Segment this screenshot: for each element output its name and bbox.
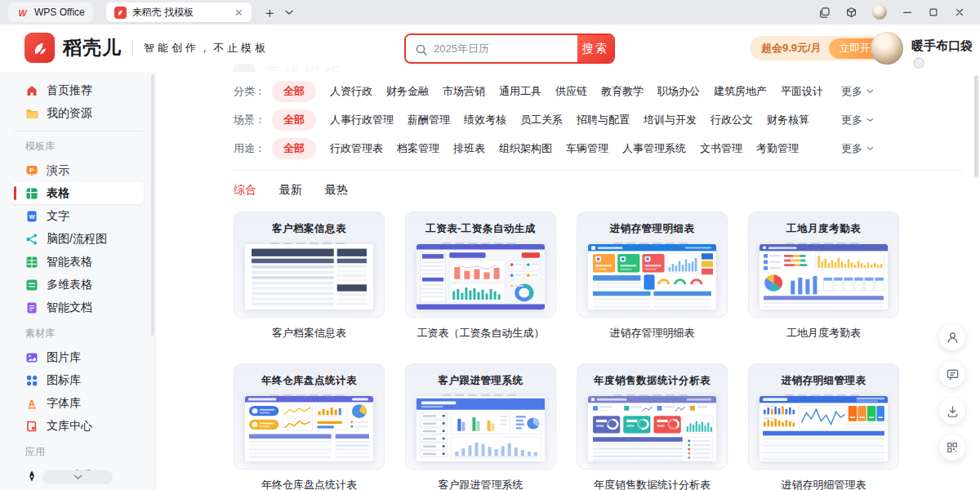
tab-close-icon[interactable]: ✕ — [234, 7, 243, 18]
document-icon: W — [25, 210, 38, 223]
template-thumbnail: 客户跟进管理系统 — [405, 363, 556, 470]
mindmap-icon — [25, 233, 38, 246]
sidebar-item-my-resources[interactable]: 我的资源 — [11, 102, 144, 124]
filter-option[interactable]: 人资行政 — [330, 84, 372, 99]
profile-fab[interactable] — [939, 324, 965, 350]
template-card[interactable]: 工地月度考勤表 — [748, 212, 899, 341]
filter-option[interactable]: 职场办公 — [657, 84, 700, 99]
page-scrollbar[interactable] — [974, 75, 978, 177]
download-fab[interactable] — [939, 398, 965, 424]
sort-tab-comprehensive[interactable]: 综合 — [234, 183, 256, 198]
tab-docer-active[interactable]: 来稻壳 找模板 ✕ — [106, 2, 252, 22]
filter-option[interactable]: 平面设计 — [781, 84, 823, 99]
filter-option[interactable]: 人事行政管理 — [330, 113, 394, 127]
tab-list-chevron-icon[interactable] — [285, 10, 293, 16]
filter-option[interactable]: 考勤管理 — [756, 141, 799, 156]
template-title[interactable]: 进销存管理明细表 — [577, 326, 728, 341]
filter-option[interactable]: 财务核算 — [767, 113, 809, 127]
template-card[interactable]: 进销存管理明细表 — [577, 212, 728, 341]
filter-option[interactable]: 组织架构图 — [499, 141, 552, 156]
sidebar-item-presentation[interactable]: P 演示 — [11, 159, 144, 181]
filter-option[interactable]: 全部 — [272, 109, 316, 131]
sidebar-item-multidim-sheet[interactable]: 多维表格 — [11, 274, 144, 296]
titlebar-avatar[interactable] — [872, 5, 887, 20]
filter-option[interactable]: 文书管理 — [700, 141, 742, 156]
sidebar-item-home[interactable]: 首页推荐 — [11, 79, 144, 101]
template-title[interactable]: 客户跟进管理系统 — [405, 478, 556, 490]
filter-option[interactable]: 市场营销 — [443, 84, 485, 99]
template-preview-image — [760, 244, 888, 310]
feedback-fab[interactable] — [939, 361, 965, 387]
window-tab-bar: W WPS Office 来稻壳 找模板 ✕ ＋ — [0, 0, 980, 24]
filter-option[interactable]: 财务金融 — [386, 84, 429, 99]
sidebar-item-document[interactable]: W 文字 — [11, 205, 144, 227]
filter-option[interactable]: 通用工具 — [499, 84, 541, 99]
sidebar-item-image-library[interactable]: 图片库 — [11, 346, 144, 368]
presentation-icon: P — [25, 164, 38, 177]
filter-option[interactable]: 员工关系 — [520, 113, 563, 127]
template-card[interactable]: 年终仓库盘点统计表 — [234, 363, 385, 490]
minimize-icon[interactable] — [902, 7, 913, 18]
filter-option[interactable]: 绩效考核 — [464, 113, 506, 127]
filter-option[interactable]: 行政管理表 — [330, 141, 383, 156]
new-tab-icon[interactable]: ＋ — [263, 6, 277, 20]
sidebar-collapse-button[interactable] — [42, 470, 113, 484]
filter-option[interactable]: 行政公文 — [710, 113, 753, 127]
filter-option[interactable]: 档案管理 — [397, 141, 439, 156]
more-button[interactable]: 更多 — [841, 113, 874, 127]
sidebar-item-label: 首页推荐 — [47, 83, 92, 98]
filter-option[interactable]: 教育教学 — [601, 84, 644, 99]
filter-option[interactable]: 人事管理系统 — [622, 141, 686, 156]
more-button[interactable]: 更多 — [841, 141, 874, 156]
template-title[interactable]: 工地月度考勤表 — [748, 326, 899, 341]
layers-icon[interactable] — [818, 7, 831, 19]
template-card[interactable]: 工资表-工资条自动生成 — [405, 212, 556, 341]
sidebar-item-docs-center[interactable]: 文库中心 — [11, 415, 144, 437]
sidebar-item-spreadsheet[interactable]: 表格 — [11, 182, 144, 204]
sidebar-item-font-library[interactable]: A 字体库 — [11, 392, 144, 414]
filter-option[interactable]: 排班表 — [453, 141, 485, 156]
filter-option[interactable]: 培训与开发 — [644, 113, 697, 127]
feedback-icon — [946, 368, 960, 381]
qrcode-fab[interactable] — [939, 434, 965, 461]
template-card[interactable]: 进销存明细管理表 — [748, 363, 899, 490]
maximize-icon[interactable] — [928, 7, 939, 18]
docer-brand[interactable]: 稻壳儿 智能创作，不止模板 — [24, 33, 269, 63]
member-badge-icon[interactable] — [913, 57, 924, 69]
filter-option[interactable]: 建筑房地产 — [714, 84, 767, 99]
tab-wps-office[interactable]: W WPS Office — [8, 2, 93, 22]
template-title[interactable]: 客户档案信息表 — [234, 326, 385, 341]
sidebar-item-mindmap[interactable]: 脑图/流程图 — [11, 228, 144, 250]
template-title[interactable]: 进销存明细管理表 — [748, 478, 899, 490]
filter-option[interactable]: 供应链 — [555, 84, 587, 99]
template-card[interactable]: 客户跟进管理系统 — [405, 363, 556, 490]
sidebar-item-icon-library[interactable]: 图标库 — [11, 369, 144, 391]
template-title[interactable]: 工资表（工资条自动生成） — [405, 326, 556, 341]
sort-tab-newest[interactable]: 最新 — [279, 183, 302, 198]
sidebar-scrollbar[interactable] — [151, 74, 154, 336]
chevron-down-icon — [74, 474, 82, 480]
filter-option[interactable]: 车辆管理 — [566, 141, 608, 156]
user-avatar[interactable] — [871, 32, 903, 65]
filter-option[interactable]: 薪酬管理 — [408, 113, 450, 127]
sidebar-item-label: 图片库 — [47, 350, 81, 365]
workspace-icon[interactable] — [845, 7, 858, 19]
sidebar-item-smart-sheet[interactable]: 智能表格 — [11, 251, 144, 273]
more-button[interactable]: 更多 — [841, 84, 874, 99]
template-thumbnail: 进销存明细管理表 — [748, 363, 899, 470]
sort-tab-hottest[interactable]: 最热 — [325, 183, 348, 198]
sidebar-item-smart-doc[interactable]: 智能文档 — [11, 296, 144, 318]
filter-row-category: 分类： 全部人资行政财务金融市场营销通用工具供应链教育教学职场办公建筑房地产平面… — [156, 77, 980, 105]
close-icon[interactable] — [954, 7, 965, 18]
template-title[interactable]: 年度销售数据统计分析表 — [577, 478, 728, 490]
search-input[interactable] — [406, 35, 577, 62]
search-button[interactable]: 搜索 — [577, 35, 613, 62]
template-title[interactable]: 年终仓库盘点统计表 — [234, 478, 385, 490]
filter-option[interactable]: 招聘与配置 — [577, 113, 630, 127]
brand-divider — [132, 41, 133, 56]
filter-option[interactable]: 全部 — [272, 138, 316, 159]
filter-option[interactable]: 全部 — [272, 81, 316, 102]
template-card[interactable]: 年度销售数据统计分析表 — [577, 363, 728, 490]
vip-promo-text: 超会9.9元/月 — [761, 41, 822, 56]
template-card[interactable]: 客户档案信息表 — [234, 212, 385, 341]
